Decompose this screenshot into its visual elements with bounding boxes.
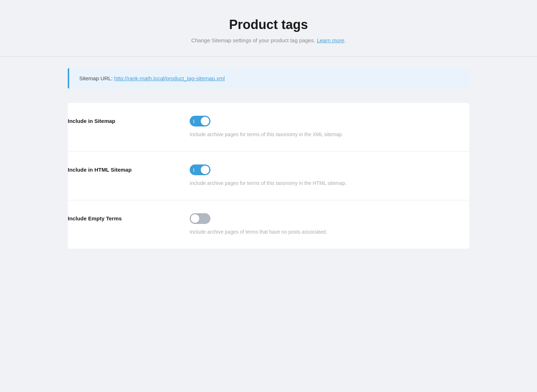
- include-in-sitemap-toggle[interactable]: |: [190, 116, 210, 126]
- setting-label-include-empty-terms: Include Empty Terms: [68, 213, 168, 221]
- header-section: Product tags Change Sitemap settings of …: [0, 0, 537, 56]
- toggle-thumb: [201, 117, 209, 125]
- sitemap-url-box: Sitemap URL: http://rank-math.local/prod…: [68, 68, 469, 89]
- setting-label-include-in-html-sitemap: Include in HTML Sitemap: [68, 164, 168, 173]
- learn-more-link[interactable]: Learn more: [317, 37, 344, 43]
- include-in-html-sitemap-toggle[interactable]: |: [190, 164, 210, 175]
- toggle-on-icon-2: |: [193, 168, 194, 172]
- toggle-on-icon: |: [193, 119, 194, 123]
- setting-row-include-in-sitemap: Include in Sitemap | Include archive pag…: [68, 103, 469, 152]
- sitemap-url-label: Sitemap URL:: [79, 75, 113, 81]
- page-wrapper: Product tags Change Sitemap settings of …: [0, 0, 537, 392]
- sitemap-url-link[interactable]: http://rank-math.local/product_tag-sitem…: [114, 75, 225, 81]
- include-empty-terms-toggle[interactable]: [190, 213, 210, 224]
- page-title: Product tags: [7, 17, 530, 32]
- settings-section: Include in Sitemap | Include archive pag…: [68, 103, 469, 249]
- include-empty-terms-description: Include archive pages of terms that have…: [190, 228, 469, 236]
- header-divider: [0, 56, 537, 57]
- include-in-html-sitemap-description: Include archive pages for terms of this …: [190, 180, 469, 187]
- subtitle-period: .: [344, 37, 346, 43]
- setting-label-include-in-sitemap: Include in Sitemap: [68, 116, 168, 124]
- page-subtitle: Change Sitemap settings of your product …: [7, 37, 530, 45]
- setting-row-include-in-html-sitemap: Include in HTML Sitemap | Include archiv…: [68, 152, 469, 200]
- setting-row-include-empty-terms: Include Empty Terms Include archive page…: [68, 200, 469, 249]
- toggle-thumb-2: [201, 166, 209, 174]
- setting-control-include-in-html-sitemap: | Include archive pages for terms of thi…: [168, 164, 469, 187]
- toggle-thumb-3: [191, 214, 199, 223]
- subtitle-text-before-link: Change Sitemap settings of your product …: [191, 37, 315, 43]
- include-in-sitemap-description: Include archive pages for terms of this …: [190, 131, 469, 138]
- setting-control-include-empty-terms: Include archive pages of terms that have…: [168, 213, 469, 236]
- content-area: Sitemap URL: http://rank-math.local/prod…: [53, 68, 484, 249]
- setting-control-include-in-sitemap: | Include archive pages for terms of thi…: [168, 116, 469, 138]
